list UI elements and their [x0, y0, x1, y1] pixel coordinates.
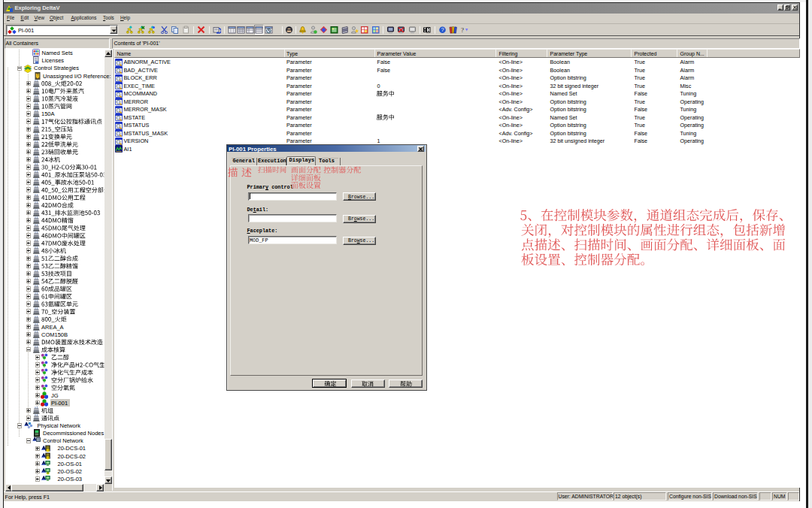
svg-text:?: ?	[461, 26, 464, 34]
svg-text:?: ?	[441, 26, 444, 33]
